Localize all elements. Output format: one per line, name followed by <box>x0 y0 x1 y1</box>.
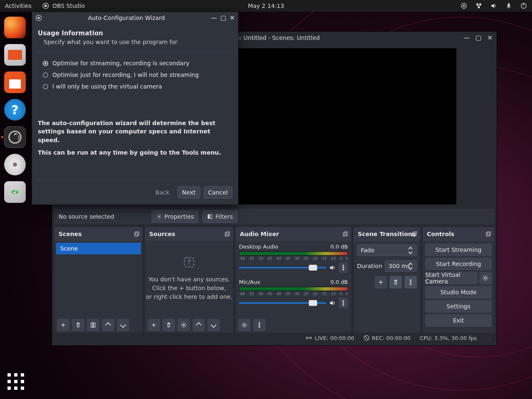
svg-rect-36 <box>412 233 416 236</box>
source-up-button[interactable] <box>192 319 205 331</box>
svg-point-31 <box>343 304 344 305</box>
studio-mode-button[interactable]: Studio Mode <box>425 286 492 298</box>
show-applications[interactable] <box>7 373 24 390</box>
network-icon[interactable] <box>475 2 482 9</box>
clock[interactable]: May 2 14:13 <box>248 2 284 9</box>
scene-filter-button[interactable] <box>87 319 99 331</box>
properties-button[interactable]: Properties <box>152 210 199 223</box>
duration-spinner[interactable]: 300 ms <box>385 260 417 272</box>
scene-down-button[interactable] <box>117 319 129 331</box>
popout-icon[interactable] <box>224 231 231 237</box>
channel-menu-button[interactable] <box>339 262 348 273</box>
transitions-panel: Scene Transitions Fade Duration 300 ms <box>354 227 420 332</box>
source-props-button[interactable] <box>177 319 190 331</box>
scene-add-button[interactable] <box>57 319 69 331</box>
mixer-menu-button[interactable] <box>253 319 266 331</box>
power-icon[interactable] <box>520 2 527 9</box>
filters-icon <box>207 214 213 219</box>
db-ticks: -60-55-50-45-40-35-30-25-20-15-10-50 <box>239 292 348 296</box>
minimize-icon[interactable]: — <box>211 14 217 22</box>
dock-obs[interactable] <box>4 126 26 148</box>
volume-slider[interactable] <box>239 302 326 304</box>
scene-item[interactable]: Scene <box>56 243 141 254</box>
dialog-note-2: This can be run at any time by going to … <box>38 148 232 157</box>
start-virtual-camera-button[interactable]: Start Virtual Camera <box>425 272 478 284</box>
dock-disk[interactable] <box>4 154 26 175</box>
speaker-icon[interactable] <box>329 299 336 307</box>
obs-icon <box>42 2 49 9</box>
gnome-top-bar: Activities OBS Studio May 2 14:13 <box>0 0 532 12</box>
settings-button[interactable]: Settings <box>425 300 492 313</box>
radio-virtual-camera[interactable]: I will only be using the virtual camera <box>43 83 232 90</box>
transition-menu-button[interactable] <box>404 276 417 288</box>
pause-icon <box>364 335 369 341</box>
source-remove-button[interactable] <box>163 319 175 331</box>
svg-rect-42 <box>487 232 490 235</box>
svg-rect-13 <box>208 214 210 219</box>
mixer-channel-desktop: Desktop Audio0.0 dB -60-55-50-45-40-35-3… <box>236 242 350 274</box>
next-button[interactable]: Next <box>177 186 200 199</box>
mic-icon[interactable] <box>505 2 512 9</box>
virtual-camera-settings-button[interactable] <box>479 272 492 284</box>
activities-button[interactable]: Activities <box>5 2 32 9</box>
svg-rect-7 <box>508 3 510 7</box>
speaker-icon[interactable] <box>329 264 336 271</box>
svg-point-33 <box>259 323 260 324</box>
dock-firefox[interactable] <box>4 17 26 38</box>
source-down-button[interactable] <box>207 319 220 331</box>
no-source-toolbar: No source selected Properties Filters <box>54 209 494 224</box>
maximize-icon[interactable]: ▢ <box>220 14 226 22</box>
maximize-icon[interactable]: ▢ <box>475 34 481 42</box>
start-recording-button[interactable]: Start Recording <box>425 258 492 270</box>
volume-icon[interactable] <box>490 2 497 9</box>
obs-tray-icon[interactable] <box>461 2 467 9</box>
close-icon[interactable]: ✕ <box>487 34 493 42</box>
start-streaming-button[interactable]: Start Streaming <box>425 244 492 256</box>
svg-rect-37 <box>413 232 416 235</box>
audio-mixer-panel: Audio Mixer Desktop Audio0.0 dB -60-55-5… <box>236 227 351 332</box>
resize-grip-icon[interactable] <box>486 335 491 340</box>
popout-icon[interactable] <box>133 231 140 237</box>
channel-menu-button[interactable] <box>339 298 348 308</box>
transition-add-button[interactable] <box>374 276 387 288</box>
svg-rect-20 <box>226 232 229 235</box>
transition-select[interactable]: Fade <box>357 244 417 256</box>
volume-slider[interactable] <box>239 267 326 268</box>
source-add-button[interactable] <box>148 319 160 331</box>
mixer-channel-mic: Mic/Aux0.0 dB -60-55-50-45-40-35-30-25-2… <box>236 277 350 309</box>
svg-rect-41 <box>486 233 490 236</box>
controls-title: Controls <box>427 231 454 237</box>
minimize-icon[interactable]: — <box>463 34 470 42</box>
question-icon: ? <box>183 256 195 268</box>
exit-button[interactable]: Exit <box>425 314 492 327</box>
scene-up-button[interactable] <box>102 319 114 331</box>
cancel-button[interactable]: Cancel <box>204 186 232 199</box>
popout-icon[interactable] <box>411 231 418 237</box>
close-icon[interactable]: ✕ <box>229 14 235 22</box>
sources-empty[interactable]: ? You don't have any sources. Click the … <box>146 256 232 301</box>
svg-rect-18 <box>94 323 95 328</box>
scenes-panel: Scenes Scene <box>54 227 143 332</box>
popout-icon[interactable] <box>342 231 349 237</box>
svg-point-44 <box>308 337 310 339</box>
mixer-settings-button[interactable] <box>238 319 251 331</box>
app-menu[interactable]: OBS Studio <box>42 2 85 9</box>
dialog-title: Auto-Configuration Wizard <box>42 15 211 21</box>
svg-point-40 <box>410 283 411 285</box>
dock-files[interactable] <box>4 44 26 66</box>
transition-remove-button[interactable] <box>389 276 402 288</box>
filters-button[interactable]: Filters <box>202 210 237 223</box>
popout-icon[interactable] <box>485 231 492 237</box>
dock-software[interactable] <box>4 71 26 93</box>
svg-point-32 <box>244 324 245 326</box>
obs-icon <box>35 15 42 21</box>
dialog-heading: Usage Information <box>38 30 232 37</box>
scene-remove-button[interactable] <box>72 319 84 331</box>
back-button[interactable]: Back <box>151 186 174 199</box>
svg-point-12 <box>158 216 160 217</box>
radio-optimise-streaming[interactable]: Optimise for streaming, recording is sec… <box>43 60 232 66</box>
dialog-titlebar[interactable]: Auto-Configuration Wizard — ▢ ✕ <box>32 12 238 24</box>
radio-optimise-recording[interactable]: Optimise just for recording, I will not … <box>43 71 232 78</box>
dock-help[interactable]: ? <box>4 99 26 121</box>
dock-trash[interactable] <box>4 181 26 203</box>
